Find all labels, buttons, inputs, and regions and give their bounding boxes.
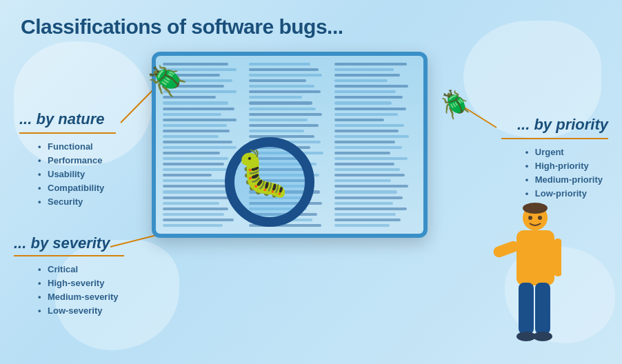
by-priority-list: Urgent High-priority Medium-priority Low…: [525, 147, 603, 202]
by-priority-underline: [501, 138, 608, 139]
svg-rect-5: [516, 230, 554, 285]
page-title: Classifications of software bugs...: [21, 15, 343, 39]
svg-point-13: [538, 216, 542, 220]
list-item: Usability: [38, 169, 104, 179]
svg-point-12: [528, 216, 532, 220]
person-figure: [485, 199, 561, 357]
list-item: Medium-severity: [38, 292, 119, 302]
list-item: High-severity: [38, 278, 119, 288]
list-item: Critical: [38, 264, 119, 274]
by-severity-list: Critical High-severity Medium-severity L…: [38, 264, 119, 319]
list-item: Security: [38, 196, 104, 207]
monitor-display: 🐛: [152, 52, 448, 259]
by-severity-underline: [14, 255, 124, 256]
list-item: Medium-priority: [525, 174, 603, 185]
list-item: Compatibility: [38, 183, 104, 193]
svg-rect-7: [553, 239, 561, 276]
by-severity-label: ... by severity: [14, 234, 110, 252]
bug-top-right-icon: 🪲: [437, 87, 474, 122]
list-item: High-priority: [525, 161, 603, 171]
by-nature-list: Functional Performance Usability Compati…: [38, 141, 104, 210]
svg-rect-8: [519, 283, 534, 334]
by-nature-underline: [19, 132, 116, 134]
list-item: Performance: [38, 155, 104, 165]
bug-magnified: 🐛: [235, 148, 291, 200]
monitor-stand: [277, 234, 311, 238]
svg-rect-6: [492, 239, 520, 259]
magnifying-glass: 🐛: [225, 137, 335, 238]
monitor-screen: 🐛: [152, 52, 428, 238]
by-priority-label: ... by priority: [517, 116, 608, 134]
list-item: Low-priority: [525, 188, 603, 199]
list-item: Low-severity: [38, 305, 119, 316]
svg-point-10: [516, 332, 536, 341]
by-nature-label: ... by nature: [19, 110, 104, 128]
svg-rect-9: [535, 283, 550, 334]
svg-point-4: [523, 203, 548, 214]
svg-point-11: [533, 332, 552, 341]
list-item: Functional: [38, 141, 104, 152]
list-item: Urgent: [525, 147, 603, 157]
